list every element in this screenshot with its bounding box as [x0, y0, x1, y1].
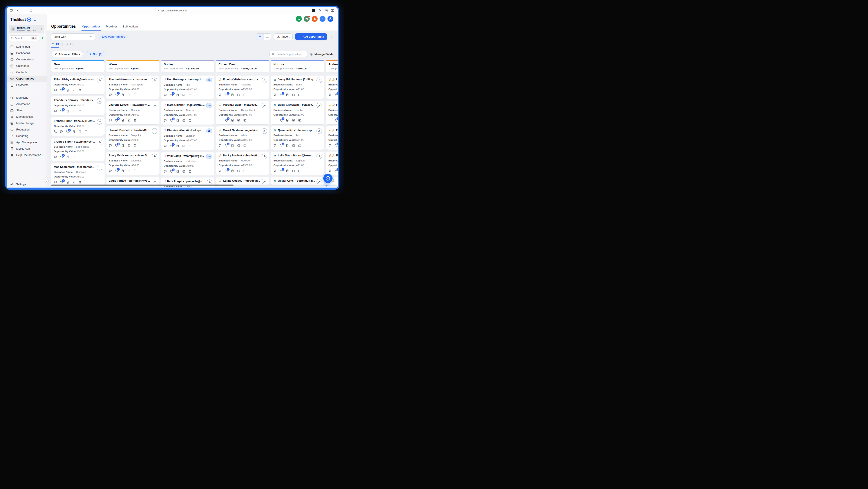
calendar-plus-icon[interactable] [133, 169, 136, 173]
tag-icon[interactable]: 2 [66, 130, 69, 133]
chat-icon[interactable] [328, 144, 332, 147]
tag-icon[interactable]: 2 [170, 119, 173, 122]
tag-icon[interactable]: 2 [60, 155, 63, 159]
tag-icon[interactable]: 2 [280, 119, 283, 122]
task-check-icon[interactable] [127, 144, 130, 147]
chat-icon[interactable] [274, 93, 277, 96]
sidebar-item-app-marketplace[interactable]: App Marketplace [7, 139, 46, 146]
sidebar-item-calendars[interactable]: Calendars [7, 63, 46, 69]
calendar-plus-icon[interactable] [243, 119, 246, 122]
owner-badge[interactable]: JD [206, 103, 212, 108]
tag-icon[interactable]: 2 [225, 93, 228, 96]
tag-icon[interactable]: 2 [280, 169, 283, 173]
tag-icon[interactable]: 2 [170, 170, 173, 173]
document-icon[interactable] [286, 169, 289, 173]
document-icon[interactable] [231, 93, 234, 96]
calendar-plus-icon[interactable] [188, 93, 191, 97]
person-x-icon[interactable] [261, 103, 267, 108]
extension-fx-icon[interactable]: f? [312, 9, 315, 12]
task-check-icon[interactable] [127, 169, 130, 173]
pipeline-select[interactable]: Lead Gen [51, 33, 95, 40]
chat-icon[interactable] [274, 169, 277, 173]
tag-icon[interactable]: 2 [115, 93, 118, 96]
calendar-plus-icon[interactable] [298, 144, 301, 147]
chat-icon[interactable] [164, 93, 167, 97]
tag-icon[interactable]: 2 [225, 144, 228, 147]
opportunity-card[interactable]: Marshall Babe - mbabe9g...Business Name:… [216, 101, 269, 124]
chat-icon[interactable] [60, 130, 63, 133]
tag-icon[interactable]: 2 [115, 144, 118, 147]
tag-icon[interactable]: 2 [280, 144, 283, 147]
tag-icon[interactable]: 2 [60, 110, 63, 113]
column-header[interactable]: New402 OpportunitiesA$0.00 [51, 60, 104, 72]
person-x-icon[interactable] [207, 180, 212, 185]
document-icon[interactable] [66, 89, 69, 92]
sidebar-search-input[interactable]: Search ⌘ K [9, 35, 39, 41]
task-check-icon[interactable] [292, 119, 295, 122]
person-x-icon[interactable] [316, 128, 322, 134]
header-question-button[interactable]: ? [319, 16, 326, 22]
person-x-icon[interactable] [261, 78, 267, 83]
document-icon[interactable] [121, 93, 124, 96]
opportunity-card[interactable]: Mureil Gashion - mgashion...Business Nam… [216, 126, 269, 150]
task-check-icon[interactable] [237, 93, 240, 96]
split-view-icon[interactable] [331, 9, 334, 12]
column-header[interactable]: Add-on100 Opportunities [326, 60, 338, 72]
sidebar-item-reputation[interactable]: Reputation [7, 126, 46, 133]
calendar-plus-icon[interactable] [298, 119, 301, 122]
document-icon[interactable] [121, 144, 124, 147]
chat-icon[interactable] [109, 119, 112, 122]
header-megaphone-button[interactable] [304, 16, 310, 22]
browser-settings-icon[interactable] [324, 9, 328, 12]
grid-view-icon[interactable] [256, 34, 264, 40]
sidebar-item-marketing[interactable]: Marketing [7, 95, 46, 101]
opportunity-card[interactable]: Katine Goggey - kgoggeyd... [216, 177, 269, 185]
tag-icon[interactable]: 2 [60, 89, 63, 92]
import-button[interactable]: Import [274, 33, 292, 40]
chat-icon[interactable] [164, 119, 167, 122]
person-x-icon[interactable] [261, 179, 267, 184]
document-icon[interactable] [66, 110, 69, 113]
opportunity-card[interactable]: !!Kiersten Wingatt - kwingat...JDBusines… [161, 126, 214, 150]
task-check-icon[interactable] [72, 110, 75, 113]
chat-icon[interactable] [274, 119, 277, 122]
task-check-icon[interactable] [237, 169, 240, 173]
task-check-icon[interactable] [292, 169, 295, 173]
task-check-icon[interactable] [182, 170, 185, 173]
document-icon[interactable] [176, 170, 179, 173]
person-x-icon[interactable] [97, 119, 102, 125]
tag-icon[interactable]: 2 [115, 119, 118, 122]
chat-icon[interactable] [54, 155, 57, 159]
tab-opportunities[interactable]: Opportunities [82, 22, 101, 31]
opportunity-card[interactable]: Thaddeus Conway - thaddeus...Opportunity… [51, 96, 104, 115]
opportunity-card[interactable]: Basia Claeskens - bclaesk...Business Nam… [271, 101, 324, 124]
document-icon[interactable] [66, 155, 69, 159]
column-header[interactable]: Closed Deal198 OpportunitiesA$195,426.00 [216, 60, 269, 72]
document-icon[interactable] [72, 130, 75, 133]
chat-icon[interactable] [109, 93, 112, 96]
opportunity-card[interactable]: Francis Hurst - francis7315@i...Opportun… [51, 117, 104, 136]
advanced-filters-button[interactable]: Advanced Filters [51, 51, 83, 57]
document-icon[interactable] [66, 181, 69, 184]
document-icon[interactable] [231, 119, 234, 122]
opportunity-card[interactable]: Therine Matusson - tmatusso...Business N… [106, 75, 159, 99]
task-check-icon[interactable] [182, 144, 185, 148]
manage-fields-button[interactable]: Manage Fields [310, 53, 333, 56]
chat-icon[interactable] [54, 181, 57, 184]
search-opportunities-input[interactable] [270, 51, 307, 57]
opportunity-card[interactable]: Harriott Busfield - hbusfield1t...Busine… [106, 126, 159, 150]
chat-icon[interactable] [219, 119, 222, 122]
person-x-icon[interactable] [316, 78, 322, 83]
forward-icon[interactable] [23, 9, 26, 12]
tag-icon[interactable]: 2 [335, 119, 338, 122]
header-phone-button[interactable] [296, 16, 302, 22]
task-check-icon[interactable] [292, 144, 295, 147]
sidebar-item-opportunities[interactable]: Opportunities [7, 75, 46, 82]
calendar-plus-icon[interactable] [79, 181, 82, 184]
chat-icon[interactable] [109, 144, 112, 147]
calendar-plus-icon[interactable] [298, 93, 301, 96]
tab-bulk-actions[interactable]: Bulk Actions [123, 22, 138, 31]
tag-icon[interactable]: 2 [170, 144, 173, 148]
opportunity-card[interactable]: Emelda Yitzhakov - eyitzha...Business Na… [216, 75, 269, 99]
sidebar-item-automation[interactable]: Automation [7, 101, 46, 108]
